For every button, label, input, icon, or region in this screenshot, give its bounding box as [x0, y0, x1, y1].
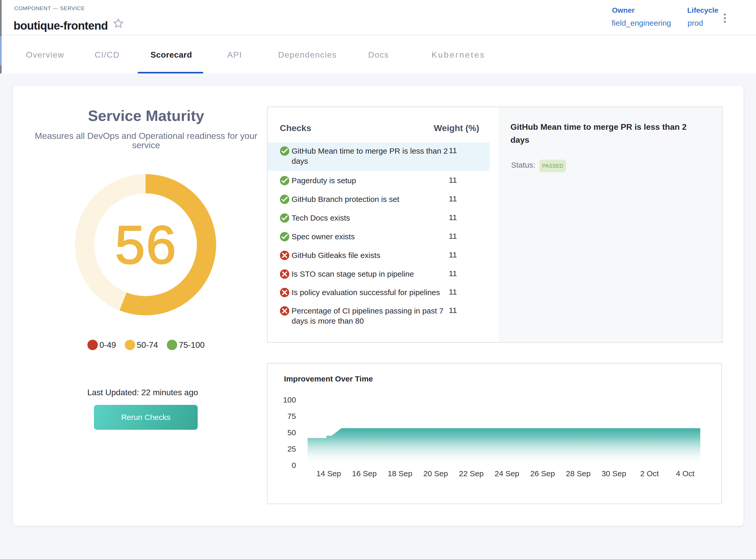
svg-text:56: 56: [115, 215, 177, 275]
